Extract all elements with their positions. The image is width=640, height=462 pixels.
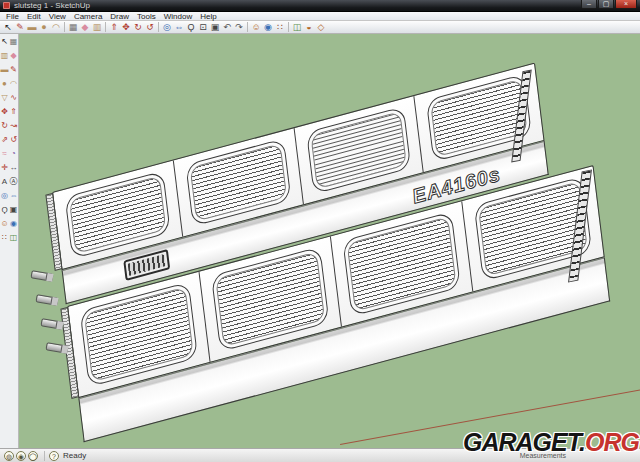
move-tool-icon[interactable]: ✥ — [120, 21, 132, 33]
dimension-tool-icon[interactable]: ↔ — [9, 161, 18, 175]
line-tool-icon[interactable]: ✎ — [9, 63, 18, 77]
rotate-tool-icon[interactable]: ↻ — [132, 21, 144, 33]
menu-edit[interactable]: Edit — [23, 12, 45, 21]
grille-fins — [84, 287, 194, 382]
minimize-button[interactable]: – — [581, 0, 597, 9]
paint-bucket-tool-icon[interactable]: ▥ — [0, 49, 9, 63]
freehand-tool-icon[interactable]: ∿ — [9, 91, 18, 105]
menu-view[interactable]: View — [45, 12, 70, 21]
zoom-extents-tool-icon[interactable]: ▣ — [209, 21, 221, 33]
drawing-canvas[interactable]: EA4160s — [19, 34, 640, 448]
toolbar-top: ↖✎▬●◠▦◆▥⇑✥↻↺◎⇔Ϙ⊡▣↶↷☺◉∷◫◒◇ — [0, 21, 640, 34]
toolbar-separator — [64, 22, 65, 32]
rectangle-tool-icon[interactable]: ▬ — [26, 21, 38, 33]
position-camera-tool-icon[interactable]: ☺ — [0, 217, 9, 231]
watermark-primary: GARAGET. — [463, 428, 585, 456]
component-library-tool-icon[interactable]: ◇ — [315, 21, 327, 33]
pan-tool-icon[interactable]: ⇔ — [173, 21, 185, 33]
select-tool-icon[interactable]: ↖ — [0, 35, 9, 49]
walk-tool-icon[interactable]: ∷ — [0, 231, 9, 245]
follow-me-tool-icon[interactable]: ↝ — [9, 119, 18, 133]
previous-view-tool-icon[interactable]: ↶ — [221, 21, 233, 33]
watermark-suffix: ORG — [585, 428, 639, 456]
offset-tool-icon[interactable]: ↺ — [9, 133, 18, 147]
toolbar-separator — [247, 22, 248, 32]
push-pull-tool-icon[interactable]: ⇑ — [9, 105, 18, 119]
paint-bucket-tool-icon[interactable]: ▥ — [91, 21, 103, 33]
claim-credit-icon[interactable]: ◉ — [16, 451, 26, 461]
model-status-icon[interactable]: ◯ — [28, 451, 38, 461]
titlebar: slutsteg 1 - SketchUp –▢× — [0, 0, 640, 12]
circle-tool-icon[interactable]: ● — [0, 77, 9, 91]
3d-text-tool-icon[interactable]: Ⓐ — [9, 175, 18, 189]
menu-window[interactable]: Window — [160, 12, 196, 21]
geo-location-icon[interactable]: ◍ — [4, 451, 14, 461]
grille-fins — [215, 252, 325, 347]
help-icon[interactable]: ? — [49, 451, 59, 461]
orbit-tool-icon[interactable]: ◎ — [0, 189, 9, 203]
photo-texture-tool-icon[interactable]: ◒ — [303, 21, 315, 33]
brand-badge — [123, 249, 170, 281]
section-plane-tool-icon[interactable]: ◫ — [291, 21, 303, 33]
zoom-extents-tool-icon[interactable]: ▣ — [9, 203, 18, 217]
zoom-window-tool-icon[interactable]: ⊡ — [197, 21, 209, 33]
protractor-tool-icon[interactable]: ◔ — [9, 147, 18, 161]
close-button[interactable]: × — [615, 0, 637, 9]
menu-camera[interactable]: Camera — [70, 12, 106, 21]
grille-fins — [69, 176, 166, 254]
eraser-tool-icon[interactable]: ◆ — [79, 21, 91, 33]
pan-tool-icon[interactable]: ⇔ — [9, 189, 18, 203]
rca-connector — [30, 270, 53, 282]
make-component-tool-icon[interactable]: ▦ — [67, 21, 79, 33]
section-plane-tool-icon[interactable]: ◫ — [9, 231, 18, 245]
sketchup-logo-icon — [3, 2, 10, 9]
position-camera-tool-icon[interactable]: ☺ — [250, 21, 262, 33]
window-title: slutsteg 1 - SketchUp — [14, 1, 90, 11]
menu-help[interactable]: Help — [196, 12, 220, 21]
tape-measure-tool-icon[interactable]: ≈ — [0, 147, 9, 161]
menu-tools[interactable]: Tools — [133, 12, 160, 21]
toolbar-left: ↖▦▥◆▬✎●◠▽∿✥⇑↻↝⇗↺≈◔✛↔AⒶ◎⇔Ϙ▣☺◉∷◫ — [0, 34, 19, 448]
next-view-tool-icon[interactable]: ↷ — [233, 21, 245, 33]
select-tool-icon[interactable]: ↖ — [2, 21, 14, 33]
maximize-button[interactable]: ▢ — [598, 0, 614, 9]
garaget-watermark: GARAGET.ORG — [463, 429, 639, 455]
arc-tool-icon[interactable]: ◠ — [9, 77, 18, 91]
axes-tool-icon[interactable]: ✛ — [0, 161, 9, 175]
zoom-tool-icon[interactable]: Ϙ — [0, 203, 9, 217]
grille-fins — [189, 143, 286, 221]
scale-tool-icon[interactable]: ⇗ — [0, 133, 9, 147]
eraser-tool-icon[interactable]: ◆ — [9, 49, 18, 63]
push-pull-tool-icon[interactable]: ⇑ — [108, 21, 120, 33]
grille-fins — [310, 111, 407, 189]
make-component-tool-icon[interactable]: ▦ — [9, 35, 18, 49]
rotate-tool-icon[interactable]: ↻ — [0, 119, 9, 133]
rca-connector — [40, 318, 63, 330]
move-tool-icon[interactable]: ✥ — [0, 105, 9, 119]
brand-badge-texture — [128, 254, 166, 276]
menu-file[interactable]: File — [2, 12, 23, 21]
polygon-tool-icon[interactable]: ▽ — [0, 91, 9, 105]
text-tool-icon[interactable]: A — [0, 175, 9, 189]
window-controls: –▢× — [581, 0, 637, 9]
line-tool-icon[interactable]: ✎ — [14, 21, 26, 33]
status-separator — [44, 451, 45, 461]
look-around-tool-icon[interactable]: ◉ — [9, 217, 18, 231]
toolbar-separator — [158, 22, 159, 32]
orbit-tool-icon[interactable]: ◎ — [161, 21, 173, 33]
zoom-tool-icon[interactable]: Ϙ — [185, 21, 197, 33]
status-icons: ◍◉◯ — [4, 451, 40, 461]
circle-tool-icon[interactable]: ● — [38, 21, 50, 33]
grille-fins — [347, 216, 457, 311]
look-around-tool-icon[interactable]: ◉ — [262, 21, 274, 33]
rectangle-tool-icon[interactable]: ▬ — [0, 63, 9, 77]
rca-connector — [35, 294, 58, 306]
walk-tool-icon[interactable]: ∷ — [274, 21, 286, 33]
toolbar-separator — [288, 22, 289, 32]
menu-draw[interactable]: Draw — [106, 12, 133, 21]
arc-tool-icon[interactable]: ◠ — [50, 21, 62, 33]
status-ready-text: Ready — [63, 451, 86, 460]
offset-tool-icon[interactable]: ↺ — [144, 21, 156, 33]
toolbar-separator — [105, 22, 106, 32]
menubar: FileEditViewCameraDrawToolsWindowHelp — [0, 12, 640, 21]
